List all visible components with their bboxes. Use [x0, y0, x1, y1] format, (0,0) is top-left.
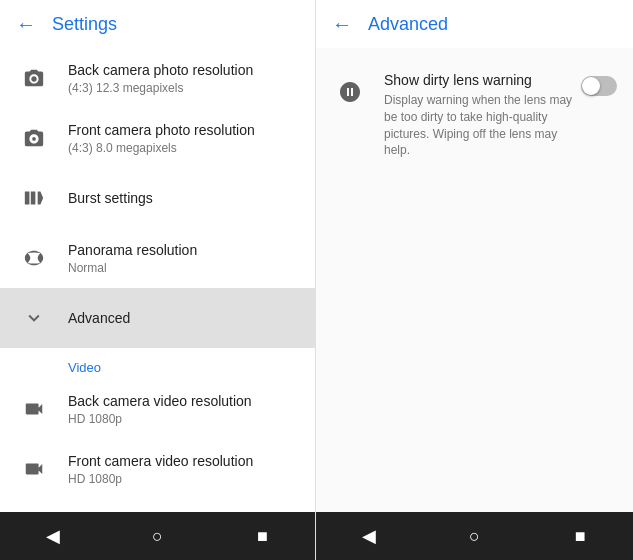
burst-title: Burst settings: [68, 189, 299, 207]
settings-item-video-stabilization[interactable]: Video stabilization: [0, 499, 315, 512]
front-video-title: Front camera video resolution: [68, 452, 299, 470]
dirty-lens-toggle-area[interactable]: [581, 76, 617, 96]
right-header: ← Advanced: [316, 0, 633, 48]
front-camera-icon: [16, 120, 52, 156]
panorama-subtitle: Normal: [68, 261, 299, 275]
settings-item-panorama[interactable]: Panorama resolution Normal: [0, 228, 315, 288]
back-video-text: Back camera video resolution HD 1080p: [68, 392, 299, 426]
right-panel: ← Advanced Show dirty lens warning Displ…: [316, 0, 633, 560]
panorama-icon: [16, 240, 52, 276]
panorama-title: Panorama resolution: [68, 241, 299, 259]
settings-item-front-camera-video[interactable]: Front camera video resolution HD 1080p: [0, 439, 315, 499]
advanced-title: Advanced: [68, 309, 299, 327]
svg-point-0: [32, 137, 36, 141]
left-bottom-nav: ◀ ○ ■: [0, 512, 315, 560]
settings-item-back-camera-video[interactable]: Back camera video resolution HD 1080p: [0, 379, 315, 439]
dirty-lens-text: Show dirty lens warning Display warning …: [384, 72, 573, 159]
settings-list: Back camera photo resolution (4:3) 12.3 …: [0, 48, 315, 512]
front-video-icon: [16, 451, 52, 487]
settings-item-back-camera-photo[interactable]: Back camera photo resolution (4:3) 12.3 …: [0, 48, 315, 108]
dirty-lens-description: Display warning when the lens may be too…: [384, 92, 573, 159]
left-panel: ← Settings Back camera photo resolution …: [0, 0, 316, 560]
settings-item-front-camera-photo[interactable]: Front camera photo resolution (4:3) 8.0 …: [0, 108, 315, 168]
panorama-text: Panorama resolution Normal: [68, 241, 299, 275]
back-video-title: Back camera video resolution: [68, 392, 299, 410]
dirty-lens-row: Show dirty lens warning Display warning …: [332, 64, 617, 167]
advanced-text: Advanced: [68, 309, 299, 327]
front-camera-photo-subtitle: (4:3) 8.0 megapixels: [68, 141, 299, 155]
back-camera-photo-text: Back camera photo resolution (4:3) 12.3 …: [68, 61, 299, 95]
dirty-lens-toggle-knob: [582, 77, 600, 95]
back-camera-icon: [16, 60, 52, 96]
front-camera-photo-title: Front camera photo resolution: [68, 121, 299, 139]
back-camera-photo-title: Back camera photo resolution: [68, 61, 299, 79]
nav-back-button[interactable]: ◀: [23, 512, 83, 560]
dirty-lens-title: Show dirty lens warning: [384, 72, 573, 88]
burst-icon: [16, 180, 52, 216]
video-section-label: Video: [0, 348, 315, 379]
back-video-icon: [16, 391, 52, 427]
back-camera-photo-subtitle: (4:3) 12.3 megapixels: [68, 81, 299, 95]
nav-home-button[interactable]: ○: [128, 512, 188, 560]
settings-item-burst[interactable]: Burst settings: [0, 168, 315, 228]
right-content: Show dirty lens warning Display warning …: [316, 48, 633, 512]
right-back-button[interactable]: ←: [332, 13, 352, 36]
right-bottom-nav: ◀ ○ ■: [316, 512, 633, 560]
right-nav-recent-button[interactable]: ■: [550, 512, 610, 560]
front-video-text: Front camera video resolution HD 1080p: [68, 452, 299, 486]
lens-icon: [332, 74, 368, 110]
burst-text: Burst settings: [68, 189, 299, 207]
settings-item-advanced[interactable]: Advanced: [0, 288, 315, 348]
left-back-button[interactable]: ←: [16, 13, 36, 36]
advanced-chevron-icon: [16, 300, 52, 336]
dirty-lens-toggle[interactable]: [581, 76, 617, 96]
front-camera-photo-text: Front camera photo resolution (4:3) 8.0 …: [68, 121, 299, 155]
nav-recent-button[interactable]: ■: [233, 512, 293, 560]
right-nav-home-button[interactable]: ○: [444, 512, 504, 560]
left-header: ← Settings: [0, 0, 315, 48]
back-video-subtitle: HD 1080p: [68, 412, 299, 426]
right-panel-title: Advanced: [368, 14, 448, 35]
front-video-subtitle: HD 1080p: [68, 472, 299, 486]
right-nav-back-button[interactable]: ◀: [339, 512, 399, 560]
left-panel-title: Settings: [52, 14, 117, 35]
